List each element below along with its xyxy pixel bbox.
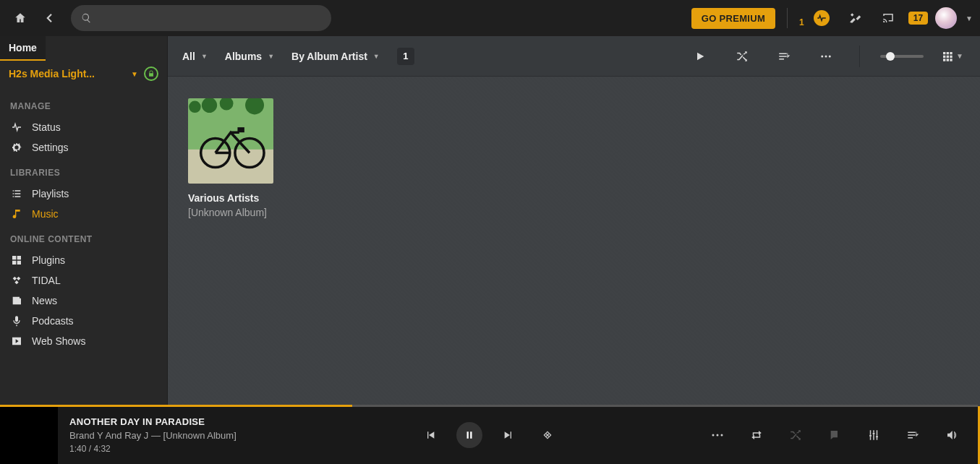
skip-next-icon (503, 429, 514, 441)
server-selector[interactable]: H2s Media Light... ▼ (0, 62, 167, 88)
sidebar-item-news[interactable]: News (0, 291, 167, 311)
svg-rect-11 (237, 127, 244, 132)
svg-point-5 (189, 101, 201, 113)
svg-point-1 (825, 55, 827, 57)
cast-button[interactable] (875, 5, 901, 31)
search-icon (81, 12, 92, 24)
sidebar-item-plugins[interactable]: Plugins (0, 250, 167, 270)
notification-badge[interactable]: 17 (908, 12, 928, 25)
sidebar-item-playlists[interactable]: Playlists (0, 184, 167, 204)
ellipsis-icon (711, 432, 724, 438)
svg-point-17 (876, 436, 878, 438)
chevron-down-icon: ▼ (201, 53, 208, 60)
volume-button[interactable] (939, 422, 965, 448)
filter-all[interactable]: All▼ (182, 51, 208, 62)
grid-icon (942, 51, 953, 62)
sidebar-item-label: TIDAL (32, 275, 61, 286)
sidebar-item-label: News (32, 295, 57, 306)
equalizer-button[interactable] (861, 422, 887, 448)
pulse-icon (10, 121, 23, 133)
sidebar-item-label: Status (32, 121, 61, 133)
sidebar-item-tidal[interactable]: TIDAL (0, 270, 167, 291)
shuffle-button[interactable] (729, 43, 755, 69)
svg-point-15 (869, 434, 872, 437)
filter-albums[interactable]: Albums▼ (225, 51, 274, 62)
filter-by-album-artist[interactable]: By Album Artist▼ (291, 51, 380, 62)
player-more-button[interactable] (704, 422, 730, 448)
more-button[interactable] (813, 43, 839, 69)
tidal-icon (10, 275, 23, 286)
album-art (188, 98, 273, 184)
search-input[interactable] (99, 12, 321, 24)
tab-home[interactable]: Home (0, 36, 46, 61)
sidebar: Home H2s Media Light... ▼ MANAGEStatusSe… (0, 36, 168, 406)
play-rect-icon (10, 335, 23, 347)
queue-button[interactable] (900, 422, 926, 448)
volume-icon (945, 429, 958, 442)
go-premium-button[interactable]: GO PREMIUM (691, 8, 775, 29)
queue-add-icon (777, 50, 791, 63)
repeat-icon (750, 429, 763, 442)
add-to-queue-button[interactable] (771, 43, 797, 69)
zoom-slider[interactable] (880, 55, 924, 58)
prev-track-button[interactable] (417, 422, 443, 448)
sidebar-item-status[interactable]: Status (0, 117, 167, 137)
now-playing-art[interactable] (0, 406, 58, 464)
pause-icon (464, 430, 474, 440)
tools-button[interactable] (842, 5, 868, 31)
player-bar: ANOTHER DAY IN PARADISE Brand Y And Ray … (0, 406, 980, 464)
svg-point-16 (873, 432, 875, 434)
play-pause-button[interactable] (456, 422, 482, 448)
home-icon (14, 12, 27, 25)
sidebar-item-settings[interactable]: Settings (0, 137, 167, 158)
news-icon (10, 295, 23, 306)
home-button[interactable] (7, 5, 33, 31)
activity-count: 1 (799, 17, 804, 27)
progress-bar[interactable] (0, 405, 978, 407)
stop-button[interactable] (534, 422, 561, 448)
activity-icon (814, 10, 830, 26)
repeat-button[interactable] (743, 422, 770, 448)
content-toolbar: All▼Albums▼By Album Artist▼1 (168, 36, 980, 77)
shuffle-icon (736, 50, 749, 63)
sidebar-item-music[interactable]: Music (0, 204, 167, 224)
music-icon (10, 208, 23, 220)
chevron-down-icon: ▼ (373, 53, 380, 60)
shuffle-icon (789, 429, 802, 442)
next-track-button[interactable] (495, 422, 521, 448)
now-playing-subtitle: Brand Y And Ray J — [Unknown Album] (69, 430, 286, 441)
svg-point-0 (821, 55, 823, 57)
back-button[interactable] (36, 5, 62, 31)
sidebar-item-label: Web Shows (32, 335, 85, 347)
search-box[interactable] (71, 5, 331, 31)
svg-point-14 (721, 434, 723, 437)
sidebar-item-web-shows[interactable]: Web Shows (0, 331, 167, 351)
sidebar-section-header: LIBRARIES (0, 158, 167, 184)
grid-icon (10, 254, 23, 266)
sidebar-item-label: Podcasts (32, 315, 74, 327)
chevron-down-icon[interactable]: ▼ (966, 14, 973, 22)
tools-icon (848, 12, 861, 25)
result-count: 1 (397, 48, 414, 65)
sidebar-section-header: ONLINE CONTENT (0, 224, 167, 250)
svg-point-12 (712, 434, 715, 437)
list-icon (10, 188, 23, 199)
back-icon (43, 12, 56, 25)
cast-icon (881, 12, 895, 25)
sidebar-item-label: Music (32, 208, 59, 220)
sidebar-section-header: MANAGE (0, 91, 167, 117)
view-grid-button[interactable]: ▼ (939, 43, 966, 69)
avatar[interactable] (935, 7, 957, 29)
lyrics-button[interactable] (822, 422, 848, 448)
svg-point-2 (829, 55, 831, 57)
album-card[interactable]: Various Artists[Unknown Album] (188, 98, 273, 218)
chevron-down-icon: ▼ (268, 53, 274, 60)
gear-icon (10, 142, 23, 153)
play-all-button[interactable] (687, 43, 713, 69)
shuffle-player-button[interactable] (783, 422, 809, 448)
sidebar-item-podcasts[interactable]: Podcasts (0, 311, 167, 331)
mic-icon (10, 315, 23, 327)
activity-button[interactable] (809, 5, 835, 31)
ellipsis-icon (819, 50, 832, 63)
lyrics-icon (829, 429, 840, 441)
